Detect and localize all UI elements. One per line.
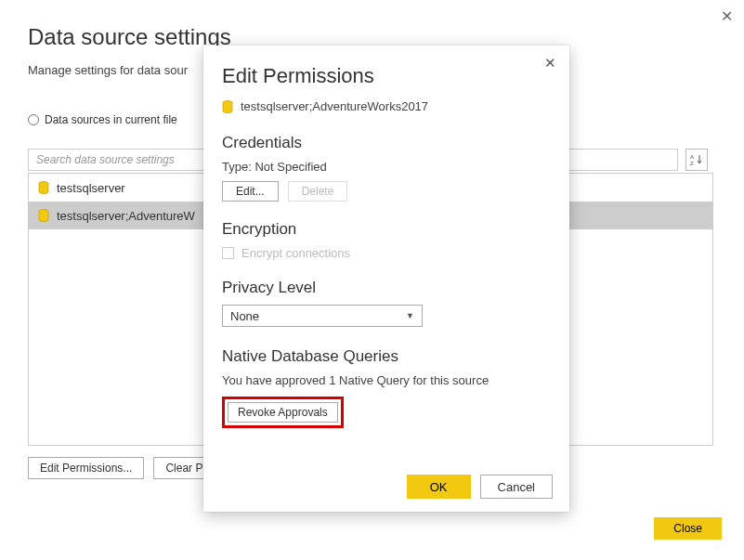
credentials-heading: Credentials [222,134,551,152]
database-icon [38,209,49,222]
sort-az-icon: AZ [690,153,703,166]
revoke-approvals-button[interactable]: Revoke Approvals [228,402,338,423]
ok-button[interactable]: OK [407,475,471,499]
privacy-level-value: None [230,309,259,323]
chevron-down-icon: ▼ [406,311,414,320]
privacy-level-select[interactable]: None ▼ [222,305,423,327]
edit-permissions-button[interactable]: Edit Permissions... [28,457,144,479]
scope-radio-current-file[interactable]: Data sources in current file [28,113,177,126]
page-subtitle: Manage settings for data sour [28,63,188,77]
edit-permissions-dialog: ✕ Edit Permissions testsqlserver;Adventu… [203,46,569,512]
revoke-approvals-highlight: Revoke Approvals [222,397,344,428]
dialog-source-name: testsqlserver;AdventureWorks2017 [241,99,428,113]
radio-label: Data sources in current file [45,113,177,126]
dialog-title: Edit Permissions [222,64,551,88]
database-icon [222,100,233,113]
encrypt-label: Encrypt connections [241,246,350,260]
encryption-heading: Encryption [222,220,551,239]
data-source-name: testsqlserver [57,181,125,195]
close-button[interactable]: Close [654,517,722,540]
svg-text:A: A [690,154,694,160]
native-queries-message: You have approved 1 Native Query for thi… [222,373,551,387]
radio-icon [28,114,39,125]
credentials-delete-button: Delete [288,181,348,202]
search-placeholder: Search data source settings [36,153,175,166]
page-title: Data source settings [28,24,231,50]
dialog-source-row: testsqlserver;AdventureWorks2017 [222,99,551,113]
database-icon [38,181,49,194]
cancel-button[interactable]: Cancel [480,475,553,499]
encrypt-connections-checkbox: Encrypt connections [222,246,551,260]
privacy-level-heading: Privacy Level [222,279,551,297]
sort-button[interactable]: AZ [685,149,708,171]
native-queries-heading: Native Database Queries [222,347,551,366]
window-close-icon[interactable]: ✕ [721,7,733,25]
dialog-close-icon[interactable]: ✕ [544,55,556,72]
credentials-edit-button[interactable]: Edit... [222,181,279,202]
checkbox-icon [222,247,234,259]
credentials-type: Type: Not Specified [222,160,551,174]
svg-text:Z: Z [690,161,694,166]
data-source-name: testsqlserver;AdventureW [57,209,195,223]
